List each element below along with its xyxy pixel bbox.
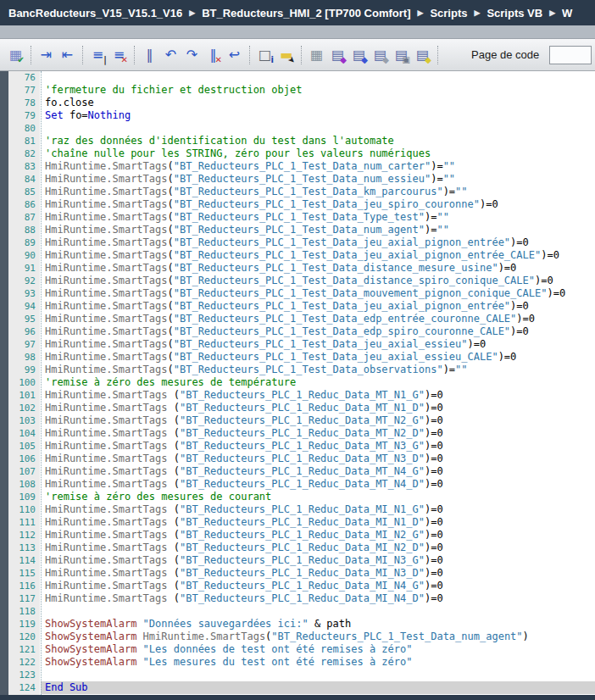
- code-area[interactable]: 7677'fermeture du fichier et destruction…: [8, 71, 595, 695]
- toggle-bookmark-icon-glyph: ‖: [140, 45, 159, 64]
- line-number: 83: [8, 160, 41, 173]
- code-line[interactable]: 117HmiRuntime.SmartTags ("BT_Reducteurs_…: [8, 592, 595, 605]
- line-number: 89: [8, 236, 41, 249]
- tag-list-system-icon[interactable]: ▤▣: [391, 44, 412, 65]
- code-line[interactable]: 98HmiRuntime.SmartTags("BT_Reducteurs_PL…: [8, 351, 595, 364]
- line-number: 87: [8, 211, 41, 224]
- code-line[interactable]: 87HmiRuntime.SmartTags("BT_Reducteurs_PL…: [8, 211, 595, 224]
- code-editor[interactable]: 7677'fermeture du fichier et destruction…: [0, 71, 595, 695]
- code-line[interactable]: 110HmiRuntime.SmartTags ("BT_Reducteurs_…: [8, 503, 595, 516]
- insert-table-icon[interactable]: ▦: [306, 44, 327, 65]
- line-number: 118: [8, 605, 41, 618]
- code-line[interactable]: 101HmiRuntime.SmartTags ("BT_Reducteurs_…: [8, 389, 595, 402]
- code-line[interactable]: 96HmiRuntime.SmartTags("BT_Reducteurs_PL…: [8, 325, 595, 338]
- code-line[interactable]: 124End Sub: [8, 681, 595, 694]
- code-line[interactable]: 88HmiRuntime.SmartTags("BT_Reducteurs_PL…: [8, 224, 595, 236]
- previous-bookmark-icon[interactable]: ↶: [160, 44, 181, 65]
- code-line[interactable]: 104HmiRuntime.SmartTags ("BT_Reducteurs_…: [8, 427, 595, 440]
- indent-icon[interactable]: ⇥: [36, 44, 57, 65]
- code-line[interactable]: 111HmiRuntime.SmartTags ("BT_Reducteurs_…: [8, 516, 595, 529]
- code-line[interactable]: 108HmiRuntime.SmartTags ("BT_Reducteurs_…: [8, 478, 595, 491]
- code-line[interactable]: 107HmiRuntime.SmartTags ("BT_Reducteurs_…: [8, 465, 595, 478]
- code-line[interactable]: 90HmiRuntime.SmartTags("BT_Reducteurs_PL…: [8, 249, 595, 262]
- breadcrumb-item[interactable]: Scripts: [430, 7, 467, 19]
- code-line[interactable]: 123: [8, 669, 595, 681]
- line-number: 106: [8, 453, 41, 465]
- codepage-select[interactable]: [549, 46, 592, 64]
- goto-line-icon[interactable]: ↩: [224, 44, 245, 65]
- toolbar-separator: [437, 46, 438, 64]
- outdent-icon[interactable]: ⇤: [57, 44, 78, 65]
- code-line[interactable]: 114HmiRuntime.SmartTags ("BT_Reducteurs_…: [8, 554, 595, 567]
- tag-list-yellow-icon[interactable]: ▤◆: [412, 44, 433, 65]
- code-line[interactable]: 82'chaîne nulle pour les STRING, zéro po…: [8, 147, 595, 160]
- code-line[interactable]: 120ShowSystemAlarm HmiRuntime.SmartTags(…: [8, 631, 595, 643]
- code-line[interactable]: 115HmiRuntime.SmartTags ("BT_Reducteurs_…: [8, 567, 595, 580]
- breadcrumb-item[interactable]: W: [562, 7, 572, 19]
- code-line[interactable]: 85HmiRuntime.SmartTags("BT_Reducteurs_PL…: [8, 186, 595, 198]
- delete-all-bookmarks-icon[interactable]: ‖✕: [203, 44, 224, 65]
- line-number: 120: [8, 631, 41, 643]
- code-line[interactable]: 78fo.close: [8, 97, 595, 109]
- browse-objects-icon[interactable]: ▬➤: [275, 44, 297, 65]
- script-editor-window: BancReducteurs_V15_V15.1_V16▶BT_Reducteu…: [0, 0, 595, 700]
- code-line[interactable]: 76: [8, 71, 595, 84]
- breadcrumb-item[interactable]: BT_Reducteurs_HMI_2 [TP700 Comfort]: [202, 7, 410, 19]
- tag-list-blue-icon[interactable]: ▤◆: [348, 44, 370, 65]
- code-line[interactable]: 113HmiRuntime.SmartTags ("BT_Reducteurs_…: [8, 542, 595, 554]
- code-line[interactable]: 93HmiRuntime.SmartTags("BT_Reducteurs_PL…: [8, 287, 595, 300]
- code-line[interactable]: 99HmiRuntime.SmartTags("BT_Reducteurs_PL…: [8, 364, 595, 376]
- code-line[interactable]: 102HmiRuntime.SmartTags ("BT_Reducteurs_…: [8, 402, 595, 414]
- code-line[interactable]: 106HmiRuntime.SmartTags ("BT_Reducteurs_…: [8, 453, 595, 465]
- code-line[interactable]: 100'remise à zéro des mesures de tempéra…: [8, 376, 595, 389]
- code-line[interactable]: 84HmiRuntime.SmartTags("BT_Reducteurs_PL…: [8, 173, 595, 186]
- code-line[interactable]: 77'fermeture du fichier et destruction o…: [8, 84, 595, 97]
- tag-list-purple-icon[interactable]: ▤◆: [327, 44, 348, 65]
- tag-properties-icon[interactable]: □i: [254, 44, 275, 65]
- code-line[interactable]: 79Set fo=Nothing: [8, 109, 595, 122]
- code-line[interactable]: 94HmiRuntime.SmartTags("BT_Reducteurs_PL…: [8, 300, 595, 313]
- code-line[interactable]: 81'raz des données d'identification du t…: [8, 135, 595, 147]
- next-bookmark-icon[interactable]: ↷: [181, 44, 203, 65]
- delete-all-bookmarks-icon-overlay: ✕: [215, 56, 222, 64]
- code-line[interactable]: 112HmiRuntime.SmartTags ("BT_Reducteurs_…: [8, 529, 595, 542]
- code-text: HmiRuntime.SmartTags("BT_Reducteurs_PLC_…: [41, 224, 595, 236]
- code-line[interactable]: 116HmiRuntime.SmartTags ("BT_Reducteurs_…: [8, 580, 595, 592]
- code-text: HmiRuntime.SmartTags("BT_Reducteurs_PLC_…: [41, 338, 595, 351]
- code-text: End Sub: [41, 681, 595, 694]
- code-line[interactable]: 91HmiRuntime.SmartTags("BT_Reducteurs_PL…: [8, 262, 595, 275]
- code-line[interactable]: 105HmiRuntime.SmartTags ("BT_Reducteurs_…: [8, 440, 595, 453]
- code-line[interactable]: 97HmiRuntime.SmartTags("BT_Reducteurs_PL…: [8, 338, 595, 351]
- insert-table-icon-glyph: ▦: [307, 45, 326, 64]
- check-syntax-icon[interactable]: ▦✔: [5, 44, 26, 65]
- code-line[interactable]: 80: [8, 122, 595, 135]
- line-number: 98: [8, 351, 41, 364]
- insert-line-icon[interactable]: ≡|: [87, 44, 108, 65]
- code-text: HmiRuntime.SmartTags ("BT_Reducteurs_PLC…: [41, 567, 595, 580]
- tag-list-gray-icon[interactable]: ▤◆: [370, 44, 391, 65]
- line-number: 102: [8, 402, 41, 414]
- code-text: HmiRuntime.SmartTags("BT_Reducteurs_PLC_…: [41, 351, 595, 364]
- code-line[interactable]: 86HmiRuntime.SmartTags("BT_Reducteurs_PL…: [8, 198, 595, 211]
- breadcrumb-item[interactable]: BancReducteurs_V15_V15.1_V16: [8, 7, 182, 19]
- toolbar-separator: [31, 46, 31, 64]
- toggle-bookmark-icon[interactable]: ‖: [139, 44, 160, 65]
- code-line[interactable]: 89HmiRuntime.SmartTags("BT_Reducteurs_PL…: [8, 236, 595, 249]
- line-number: 108: [8, 478, 41, 491]
- code-text: HmiRuntime.SmartTags ("BT_Reducteurs_PLC…: [41, 453, 595, 465]
- delete-line-icon[interactable]: ≡✕: [108, 44, 130, 65]
- code-line[interactable]: 83HmiRuntime.SmartTags("BT_Reducteurs_PL…: [8, 160, 595, 173]
- code-line[interactable]: 95HmiRuntime.SmartTags("BT_Reducteurs_PL…: [8, 313, 595, 325]
- code-line[interactable]: 92HmiRuntime.SmartTags("BT_Reducteurs_PL…: [8, 275, 595, 287]
- code-text: [41, 605, 595, 618]
- code-line[interactable]: 122ShowSystemAlarm "Les mesures du test …: [8, 656, 595, 669]
- code-text: fo.close: [41, 97, 595, 109]
- code-line[interactable]: 121ShowSystemAlarm "Les données de test …: [8, 643, 595, 656]
- code-line[interactable]: 109'remise à zéro des mesures de courant: [8, 491, 595, 503]
- code-line[interactable]: 103HmiRuntime.SmartTags ("BT_Reducteurs_…: [8, 414, 595, 427]
- code-line[interactable]: 119ShowSystemAlarm "Données sauvegardées…: [8, 618, 595, 631]
- code-line[interactable]: 118: [8, 605, 595, 618]
- breadcrumb-item[interactable]: Scripts VB: [487, 7, 542, 19]
- code-text: HmiRuntime.SmartTags("BT_Reducteurs_PLC_…: [41, 173, 595, 186]
- line-number: 78: [8, 97, 41, 109]
